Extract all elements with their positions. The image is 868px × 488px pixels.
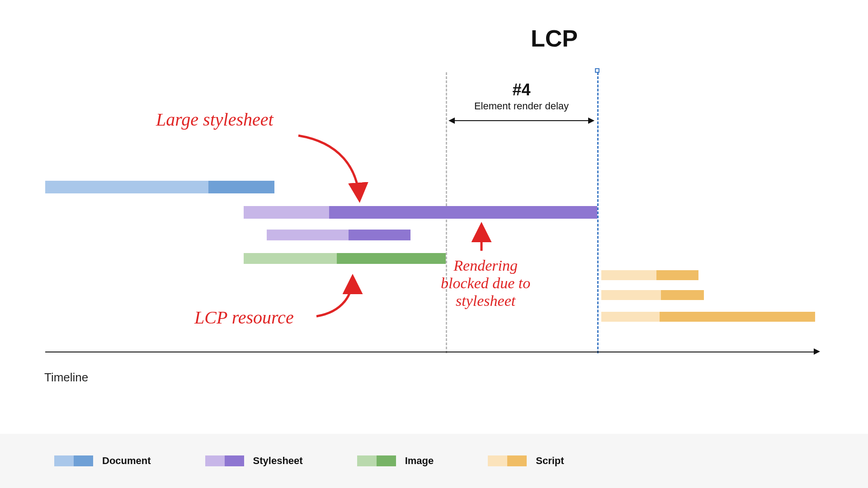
legend-item-stylesheet: Stylesheet [205,455,303,467]
axis-label: Timeline [44,371,88,385]
bar-lcp-image [244,253,446,264]
section-subtitle: Element render delay [474,100,569,112]
bar-stylesheet-2 [267,230,410,240]
legend-label: Image [405,455,434,467]
legend-label: Document [102,455,151,467]
legend-swatch-icon [205,455,244,466]
timeline-axis-arrow-icon [814,348,820,355]
bar-script-1 [601,270,698,280]
legend-item-document: Document [54,455,151,467]
section-label: #4 Element render delay [474,80,569,112]
bar-script-3 [601,312,815,322]
lcp-title: LCP [531,25,578,52]
legend-swatch-icon [357,455,396,466]
legend-item-image: Image [357,455,434,467]
anno-rendering-blocked: Rendering blocked due to stylesheet [441,257,530,310]
bar-large-stylesheet [244,206,598,219]
legend-swatch-icon [54,455,93,466]
lcp-line [597,72,599,353]
anno-lcp-resource: LCP resource [194,307,294,328]
legend-item-script: Script [488,455,564,467]
anno-large-stylesheet: Large stylesheet [156,109,274,130]
legend: DocumentStylesheetImageScript [0,434,868,488]
section-extent-arrow [449,120,594,121]
section-number: #4 [474,80,569,99]
diagram-stage: LCP #4 Element render delay Timeline Lar… [0,0,868,488]
timeline-axis [45,352,814,352]
bar-script-2 [601,290,704,300]
bar-document [45,181,274,193]
timeline-chart: #4 Element render delay [45,54,823,366]
legend-label: Stylesheet [253,455,303,467]
legend-swatch-icon [488,455,527,466]
legend-label: Script [536,455,564,467]
lcp-marker-icon [595,68,599,73]
